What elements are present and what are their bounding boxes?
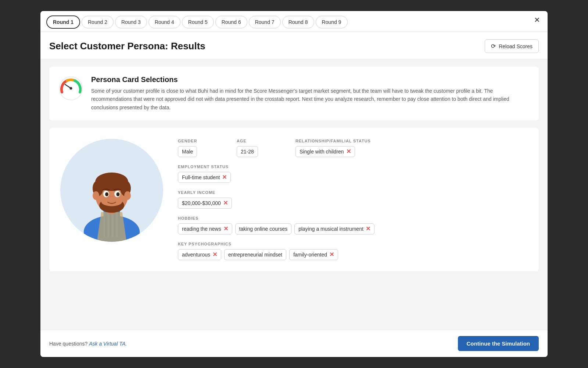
tab-round-3[interactable]: Round 3 [115,16,147,28]
hobbies-group: HOBBIES reading the news ✕ taking online… [178,216,528,234]
income-value: $20,000-$30,000 [182,200,221,206]
svg-point-15 [124,191,131,200]
psychographics-group: KEY PSYCHOGRAPHICS adventurous ✕ entrepr… [178,242,528,260]
tab-round-8[interactable]: Round 8 [282,16,314,28]
hobby-remove-icon-2[interactable]: ✕ [366,226,370,232]
persona-fields: GENDER Male AGE 21-28 [178,139,528,260]
tab-round-1[interactable]: Round 1 [46,15,80,29]
hobby-tag-2: playing a musical instrument ✕ [294,223,374,234]
tab-round-7[interactable]: Round 7 [249,16,281,28]
svg-point-19 [116,192,120,197]
hobby-value-0: reading the news [182,226,221,232]
hobbies-tag-row: reading the news ✕ taking online courses… [178,223,528,234]
hobby-tag-1: taking online courses [235,223,292,234]
relationship-column: RELATIONSHIP/FAMILIAL STATUS Single with… [295,139,371,157]
age-column: AGE 21-28 [237,139,281,157]
psychographic-tag-1: entrepreneurial mindset [224,249,286,260]
psychographics-label: KEY PSYCHOGRAPHICS [178,242,528,246]
reload-label: Reload Scores [499,43,533,49]
content-area[interactable]: Persona Card Selections Some of your cus… [40,59,548,330]
banner-heading: Persona Card Selections [91,75,530,84]
reload-icon: ⟳ [491,43,496,50]
hobby-remove-icon-0[interactable]: ✕ [223,226,228,232]
banner-body: Some of your customer profile is close t… [91,87,530,112]
relationship-label: RELATIONSHIP/FAMILIAL STATUS [295,139,371,143]
psychographic-tag-0: adventurous ✕ [178,249,221,260]
gender-tag: Male [178,146,197,157]
relationship-value: Single with children [300,149,344,155]
hobby-tag-0: reading the news ✕ [178,223,232,234]
svg-point-14 [93,191,99,200]
persona-avatar-container [60,139,163,242]
svg-point-21 [101,197,122,206]
svg-point-18 [105,192,108,197]
gender-label: GENDER [178,139,222,143]
hobby-value-1: taking online courses [239,226,288,232]
avatar-figure [68,146,156,242]
tab-round-9[interactable]: Round 9 [316,16,348,28]
relationship-tag: Single with children ✕ [295,146,355,157]
psychographic-tag-2: family-oriented ✕ [289,249,338,260]
employment-group: EMPLOYMENT STATUS Full-time student ✕ [178,164,528,183]
hobbies-label: HOBBIES [178,216,528,220]
psychographic-value-2: family-oriented [293,252,327,258]
banner-content: Persona Card Selections Some of your cus… [91,75,530,112]
age-tag: 21-28 [237,146,258,157]
psychographic-value-1: entrepreneurial mindset [228,252,282,258]
gender-column: GENDER Male [178,139,222,157]
modal-container: Round 1 Round 2 Round 3 Round 4 Round 5 … [40,11,548,357]
footer: Have questions? Ask a Virtual TA. Contin… [40,330,548,357]
gender-value: Male [182,149,193,155]
gauge-icon [58,75,84,101]
employment-value: Full-time student [182,174,220,180]
reload-scores-button[interactable]: ⟳ Reload Scores [485,39,539,53]
svg-point-2 [70,87,72,90]
income-group: YEARLY INCOME $20,000-$30,000 ✕ [178,190,528,209]
tabs-bar: Round 1 Round 2 Round 3 Round 4 Round 5 … [40,11,548,32]
psychographics-tag-row: adventurous ✕ entrepreneurial mindset fa… [178,249,528,260]
psychographic-remove-icon-0[interactable]: ✕ [212,252,217,258]
footer-help: Have questions? Ask a Virtual TA. [49,341,127,347]
page-title: Select Customer Persona: Results [49,40,205,52]
persona-detail-card: GENDER Male AGE 21-28 [49,128,539,271]
age-label: AGE [237,139,281,143]
continue-simulation-button[interactable]: Continue the Simulation [458,336,539,351]
tab-round-5[interactable]: Round 5 [182,16,214,28]
psychographic-value-0: adventurous [182,252,210,258]
employment-tag: Full-time student ✕ [178,172,231,183]
employment-label: EMPLOYMENT STATUS [178,164,528,169]
help-link[interactable]: Ask a Virtual TA. [89,341,127,347]
page-header: Select Customer Persona: Results ⟳ Reloa… [40,32,548,59]
income-remove-icon[interactable]: ✕ [223,200,228,206]
relationship-remove-icon[interactable]: ✕ [346,149,351,155]
income-label: YEARLY INCOME [178,190,528,195]
avatar-circle [60,139,163,242]
age-value: 21-28 [241,149,254,155]
hobby-value-2: playing a musical instrument [298,226,363,232]
close-button[interactable]: ✕ [534,16,540,24]
tab-round-2[interactable]: Round 2 [82,16,114,28]
gender-age-relationship-row: GENDER Male AGE 21-28 [178,139,528,157]
tab-round-4[interactable]: Round 4 [148,16,180,28]
psychographic-remove-icon-2[interactable]: ✕ [329,252,334,258]
tab-round-6[interactable]: Round 6 [215,16,247,28]
employment-remove-icon[interactable]: ✕ [222,174,227,180]
income-tag: $20,000-$30,000 ✕ [178,198,232,209]
help-text: Have questions? [49,341,87,347]
persona-banner: Persona Card Selections Some of your cus… [49,67,539,120]
